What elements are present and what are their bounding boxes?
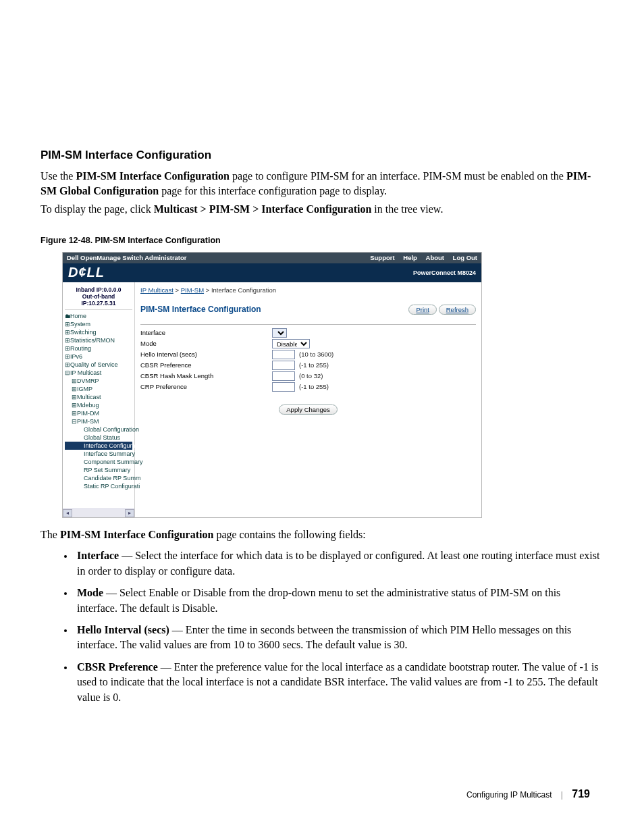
- nav-label: Interface Summary: [84, 450, 135, 457]
- nav-pim-dm[interactable]: ⊞PIM-DM: [65, 409, 132, 417]
- nav-label: PIM-DM: [77, 410, 99, 417]
- cbsr-hash-mask-input[interactable]: [272, 371, 295, 381]
- nav-igmp[interactable]: ⊞IGMP: [65, 385, 132, 393]
- brand-row: D¢LL PowerConnect M8024: [63, 263, 481, 282]
- nav-pimsm-iface-summary[interactable]: Interface Summary: [65, 450, 132, 458]
- nav-pimsm-static-rp[interactable]: Static RP Configurati: [65, 482, 132, 490]
- hello-interval-input[interactable]: [272, 350, 295, 359]
- mode-select[interactable]: Disable: [272, 339, 310, 348]
- row-interface: Interface: [140, 328, 476, 338]
- nav-label: Switching: [70, 329, 97, 336]
- text: Use the: [41, 170, 76, 182]
- field-desc: — Select the interface for which data is…: [77, 550, 599, 576]
- nav-multicast[interactable]: ⊞Multicast: [65, 393, 132, 401]
- nav-label: IGMP: [77, 386, 92, 392]
- page-actions: Print Refresh: [408, 305, 476, 315]
- text: page contains the following fields:: [213, 529, 365, 540]
- nav-label: Interface Configurat: [84, 442, 137, 449]
- ip-summary: Inband IP:0.0.0.0 Out-of-band IP:10.27.5…: [65, 285, 132, 311]
- nav-label: Component Summary: [84, 459, 143, 465]
- text: To display the page, click: [41, 203, 154, 215]
- nav-ip-multicast[interactable]: ⊟IP Multicast: [65, 369, 132, 377]
- nav-pimsm-global-status[interactable]: Global Status: [65, 434, 132, 442]
- inband-ip: Inband IP:0.0.0.0: [65, 286, 132, 293]
- interface-select[interactable]: [272, 328, 287, 338]
- label-crp-preference: CRP Preference: [140, 383, 272, 390]
- nav-label: Statistics/RMON: [70, 337, 115, 344]
- nav-path: Multicast > PIM-SM > Interface Configura…: [154, 203, 372, 215]
- field-cbsr-preference: CBSR Preference — Enter the preference v…: [74, 660, 603, 705]
- crumb-pim-sm[interactable]: PIM-SM: [181, 286, 204, 294]
- nav-pimsm-candidate-rp[interactable]: Candidate RP Summ: [65, 474, 132, 482]
- footer-separator: |: [561, 790, 563, 800]
- row-cbsr-hash-mask: CBSR Hash Mask Length (0 to 32): [140, 371, 476, 382]
- nav-switching[interactable]: ⊞Switching: [65, 328, 132, 336]
- nav-pim-sm[interactable]: ⊟PIM-SM: [65, 417, 132, 425]
- link-support[interactable]: Support: [370, 254, 394, 261]
- nav-pimsm-rp-set-summary[interactable]: RP Set Summary: [65, 466, 132, 474]
- term-pimsm-iface-config: PIM-SM Interface Configuration: [76, 170, 230, 182]
- nav-label: Mdebug: [77, 402, 99, 409]
- dell-logo: D¢LL: [68, 265, 105, 280]
- nav-tree[interactable]: Inband IP:0.0.0.0 Out-of-band IP:10.27.5…: [63, 282, 135, 517]
- page-title: PIM-SM Interface Configuration: [140, 305, 261, 314]
- scroll-right-icon[interactable]: ▸: [125, 509, 134, 517]
- crp-preference-input[interactable]: [272, 382, 295, 392]
- fields-lead: The PIM-SM Interface Configuration page …: [41, 527, 603, 542]
- nav-label: IP Multicast: [70, 369, 101, 376]
- nav-stats-rmon[interactable]: ⊞Statistics/RMON: [65, 336, 132, 344]
- nav-home[interactable]: 🖿Home: [65, 312, 132, 320]
- link-about[interactable]: About: [426, 254, 444, 261]
- nav-horizontal-scrollbar[interactable]: ◂ ▸: [63, 509, 134, 517]
- text: in the tree view.: [371, 203, 443, 215]
- nav-label: Static RP Configurati: [84, 483, 140, 490]
- config-form: Interface Mode Disable Hello Interval (s…: [140, 324, 476, 415]
- field-hello-interval: Hello Interval (secs) — Enter the time i…: [74, 623, 603, 653]
- row-crp-preference: CRP Preference (-1 to 255): [140, 382, 476, 392]
- field-term: Interface: [77, 550, 119, 561]
- text: The: [41, 529, 60, 540]
- term: PIM-SM Interface Configuration: [60, 529, 214, 540]
- oob-ip: Out-of-band IP:10.27.5.31: [65, 293, 132, 307]
- nav-label: Quality of Service: [70, 361, 118, 368]
- section-heading: PIM-SM Interface Configuration: [41, 149, 603, 162]
- nav-mdebug[interactable]: ⊞Mdebug: [65, 401, 132, 409]
- nav-label: Global Configuration: [84, 426, 139, 433]
- print-button[interactable]: Print: [408, 305, 437, 315]
- label-hello-interval: Hello Interval (secs): [140, 350, 272, 358]
- link-help[interactable]: Help: [403, 254, 417, 261]
- footer-page-number: 719: [572, 788, 590, 800]
- intro-paragraph-2: To display the page, click Multicast > P…: [41, 202, 603, 217]
- nav-label: DVMRP: [77, 377, 99, 384]
- hint-crp-preference: (-1 to 255): [299, 383, 329, 390]
- nav-qos[interactable]: ⊞Quality of Service: [65, 361, 132, 369]
- link-logout[interactable]: Log Out: [453, 254, 477, 261]
- refresh-button[interactable]: Refresh: [439, 305, 476, 315]
- label-cbsr-hash-mask: CBSR Hash Mask Length: [140, 372, 272, 380]
- label-cbsr-preference: CBSR Preference: [140, 361, 272, 369]
- field-desc: — Select Enable or Disable from the drop…: [77, 587, 560, 613]
- nav-label: System: [70, 321, 90, 328]
- figure-caption: Figure 12-48. PIM-SM Interface Configura…: [41, 236, 603, 245]
- breadcrumb: IP Multicast > PIM-SM > Interface Config…: [140, 285, 476, 298]
- row-hello-interval: Hello Interval (secs) (10 to 3600): [140, 349, 476, 360]
- nav-pimsm-component-summary[interactable]: Component Summary: [65, 458, 132, 466]
- apply-changes-button[interactable]: Apply Changes: [279, 405, 337, 415]
- field-term: Mode: [77, 587, 103, 598]
- crumb-current: Interface Configuration: [211, 286, 276, 294]
- label-interface: Interface: [140, 329, 272, 336]
- nav-pimsm-iface-config[interactable]: Interface Configurat: [65, 442, 132, 450]
- text: page for this interface configuration pa…: [159, 185, 387, 197]
- figure-screenshot: Dell OpenManage Switch Administrator Sup…: [62, 252, 482, 518]
- scroll-left-icon[interactable]: ◂: [63, 509, 72, 517]
- nav-label: Global Status: [84, 434, 120, 441]
- nav-dvmrp[interactable]: ⊞DVMRP: [65, 377, 132, 385]
- nav-pimsm-global-config[interactable]: Global Configuration: [65, 425, 132, 434]
- nav-ipv6[interactable]: ⊞IPv6: [65, 353, 132, 361]
- crumb-ip-multicast[interactable]: IP Multicast: [140, 286, 173, 294]
- cbsr-preference-input[interactable]: [272, 361, 295, 370]
- nav-label: Routing: [70, 345, 91, 352]
- row-mode: Mode Disable: [140, 338, 476, 349]
- nav-system[interactable]: ⊞System: [65, 320, 132, 328]
- nav-routing[interactable]: ⊞Routing: [65, 344, 132, 353]
